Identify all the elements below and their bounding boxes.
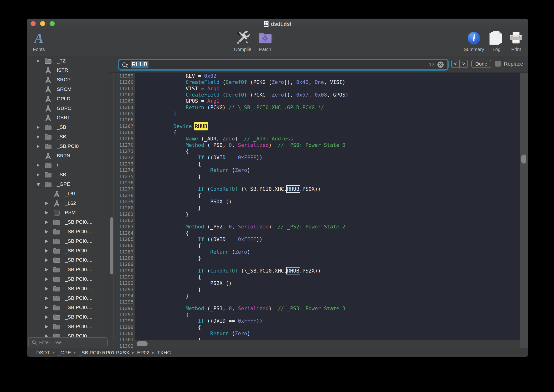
breadcrumb-item[interactable]: EP02 xyxy=(137,350,149,356)
tree-item-_gpe[interactable]: _GPE xyxy=(27,180,109,189)
next-match-button[interactable]: > xyxy=(460,60,467,68)
tree-item-_sbpci0[interactable]: _SB.PCI0.... xyxy=(27,303,109,312)
search-icon[interactable] xyxy=(122,62,130,69)
filter-tree-field[interactable]: Filter Tree xyxy=(28,337,108,347)
tree-item-label: BRTN xyxy=(57,153,70,159)
tree-item-_sb[interactable]: _SB xyxy=(27,170,109,180)
tree-item-[interactable]: \ xyxy=(27,161,109,170)
tree-item-srcp[interactable]: SRCP xyxy=(27,75,109,85)
tree-item-_sbpci0[interactable]: _SB.PCI0.... xyxy=(27,322,109,331)
clear-search-button[interactable]: ✕ xyxy=(437,62,444,68)
line-number: 11274 xyxy=(114,167,135,173)
tree-item-cbrt[interactable]: CBRT xyxy=(27,113,109,123)
tree-item-_sbpci0[interactable]: _SB.PCI0.... xyxy=(27,265,109,274)
disclosure-triangle-icon[interactable] xyxy=(45,315,48,319)
fonts-button[interactable]: A Fonts xyxy=(27,29,57,55)
previous-match-button[interactable]: < xyxy=(452,60,460,68)
region-icon xyxy=(53,209,61,216)
patch-button[interactable]: Patch xyxy=(247,29,283,55)
disclosure-triangle-icon[interactable] xyxy=(45,268,48,271)
tree-item-_tz[interactable]: _TZ xyxy=(27,56,109,66)
code-line: { xyxy=(137,324,348,330)
folder-icon xyxy=(44,124,52,131)
code-line: } xyxy=(137,205,348,211)
editor-vertical-scrollbar[interactable] xyxy=(520,73,528,348)
done-button[interactable]: Done xyxy=(471,60,491,68)
disclosure-triangle-icon[interactable] xyxy=(45,230,48,233)
replace-checkbox[interactable] xyxy=(495,61,501,67)
disclosure-triangle-icon[interactable] xyxy=(37,59,40,63)
disclosure-triangle-icon[interactable] xyxy=(37,173,40,176)
symbol-tree[interactable]: _TZISTRSRCPSRCMGPLDGUPCCBRT_SB_SB_SB.PCI… xyxy=(27,56,109,355)
sidebar-scrollbar-thumb[interactable] xyxy=(110,217,113,274)
disclosure-triangle-icon[interactable] xyxy=(45,211,48,214)
disclosure-triangle-icon[interactable] xyxy=(45,249,48,252)
line-number: 11282 xyxy=(114,217,135,224)
disclosure-triangle-icon[interactable] xyxy=(45,259,48,262)
disclosure-triangle-icon[interactable] xyxy=(45,278,48,281)
horizontal-scrollbar-thumb[interactable] xyxy=(137,341,148,346)
method-icon xyxy=(44,86,52,93)
tree-item-_sbpci0[interactable]: _SB.PCI0.... xyxy=(27,294,109,303)
tree-item-_l62[interactable]: _L62 xyxy=(27,199,109,208)
tree-item-_sbpci0[interactable]: _SB.PCI0 xyxy=(27,142,109,151)
window-title-group: dsdt.dsl xyxy=(264,21,291,27)
disclosure-triangle-icon[interactable] xyxy=(45,306,48,309)
tree-item-_sbpci0[interactable]: _SB.PCI0.... xyxy=(27,217,109,227)
tree-item-istr[interactable]: ISTR xyxy=(27,66,109,75)
line-number: 11263 xyxy=(114,98,135,104)
tree-item-_sbpci0[interactable]: _SB.PCI0.... xyxy=(27,227,109,237)
tree-item-gupc[interactable]: GUPC xyxy=(27,104,109,113)
search-input[interactable]: RHUB 12 ✕ xyxy=(119,60,447,69)
disclosure-triangle-icon[interactable] xyxy=(37,126,40,129)
disclosure-triangle-icon[interactable] xyxy=(45,240,48,243)
zoom-window-button[interactable] xyxy=(49,21,55,26)
line-number: 11297 xyxy=(114,311,135,318)
close-window-button[interactable] xyxy=(30,21,36,26)
tree-item-_sbpci0[interactable]: _SB.PCI0.... xyxy=(27,246,109,256)
disclosure-triangle-icon[interactable] xyxy=(45,221,48,224)
editor-horizontal-scrollbar[interactable] xyxy=(109,340,520,348)
breadcrumb-item[interactable]: _GPE xyxy=(58,350,71,356)
disclosure-triangle-icon[interactable] xyxy=(37,145,40,148)
folder-icon xyxy=(53,314,61,321)
code-line: Return (PCKG) /* \_SB_.PCI0.XHC_.GPLD.PC… xyxy=(137,105,348,111)
tree-item-_sb[interactable]: _SB xyxy=(27,132,109,142)
folder-icon xyxy=(44,143,52,150)
breadcrumb-item[interactable]: TXHC xyxy=(157,350,171,356)
disclosure-triangle-icon[interactable] xyxy=(45,325,48,328)
disclosure-triangle-icon[interactable] xyxy=(37,183,40,186)
method-icon xyxy=(53,190,61,197)
print-button[interactable]: Print xyxy=(498,29,528,55)
line-number: 11273 xyxy=(114,161,135,167)
tree-item-_sbpci0[interactable]: _SB.PCI0.... xyxy=(27,237,109,246)
tree-item-label: GUPC xyxy=(57,105,71,111)
disclosure-triangle-icon[interactable] xyxy=(45,202,48,205)
disclosure-triangle-icon[interactable] xyxy=(37,135,40,139)
folder-icon xyxy=(44,133,52,140)
tree-item-_l61[interactable]: _L61 xyxy=(27,189,109,199)
disclosure-triangle-icon[interactable] xyxy=(45,297,48,300)
tree-item-label: _SB.PCI0 xyxy=(57,143,79,149)
breadcrumb-item[interactable]: DSDT xyxy=(36,350,50,356)
minimize-window-button[interactable] xyxy=(40,21,45,26)
sidebar-scrollbar[interactable] xyxy=(109,56,114,348)
tree-item-srcm[interactable]: SRCM xyxy=(27,85,109,94)
disclosure-triangle-icon[interactable] xyxy=(37,164,40,167)
tree-item-_sbpci0[interactable]: _SB.PCI0.... xyxy=(27,312,109,322)
tree-item-label: SRCP xyxy=(57,77,70,83)
tree-item-brtn[interactable]: BRTN xyxy=(27,151,109,161)
tree-item-gpld[interactable]: GPLD xyxy=(27,94,109,104)
folder-icon xyxy=(44,171,52,178)
disclosure-triangle-icon[interactable] xyxy=(45,287,48,290)
line-number: 11291 xyxy=(114,274,135,280)
tree-item-_sbpci0[interactable]: _SB.PCI0.... xyxy=(27,255,109,265)
tree-item-_sbpci0[interactable]: _SB.PCI0.... xyxy=(27,284,109,294)
vertical-scrollbar-thumb[interactable] xyxy=(521,154,526,164)
tree-item-psm[interactable]: PSM xyxy=(27,208,109,217)
tree-item-_sbpci0[interactable]: _SB.PCI0.... xyxy=(27,274,109,284)
tree-item-_sb[interactable]: _SB xyxy=(27,123,109,132)
code-line: Device RHUB xyxy=(137,123,348,129)
breadcrumb-item[interactable]: _SB.PCI0.RP01.PXSX xyxy=(79,350,129,356)
code-editor[interactable]: REV = 0x02 CreateField (DerefOf (PCKG [Z… xyxy=(135,73,520,340)
